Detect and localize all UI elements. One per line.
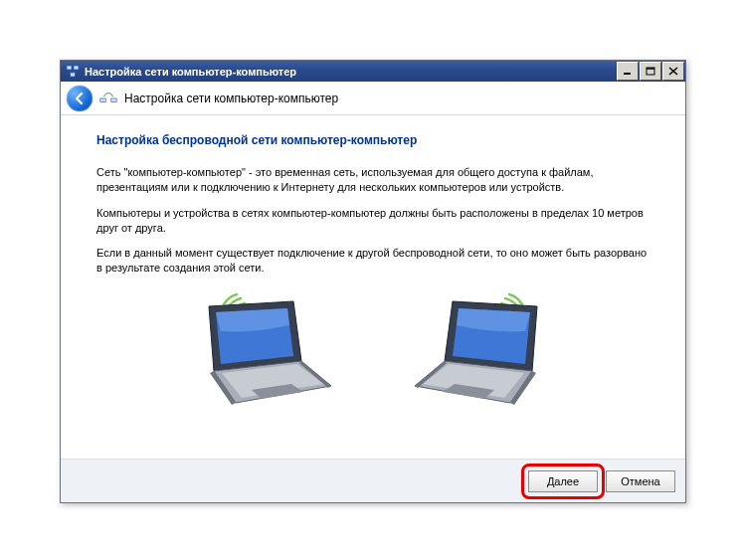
window-controls — [617, 61, 685, 82]
titlebar: Настройка сети компьютер-компьютер — [61, 61, 685, 82]
content-heading: Настройка беспроводной сети компьютер-ко… — [96, 133, 650, 147]
window: Настройка сети компьютер-компьютер — [60, 60, 686, 503]
svg-rect-1 — [74, 66, 79, 70]
svg-rect-7 — [111, 98, 116, 102]
paragraph-2: Компьютеры и устройства в сетях компьюте… — [96, 206, 650, 236]
close-button[interactable] — [662, 62, 684, 81]
laptop-left-icon — [169, 286, 338, 414]
paragraph-3: Если в данный момент существует подключе… — [96, 246, 650, 276]
next-button[interactable]: Далее — [528, 470, 598, 492]
titlebar-text: Настройка сети компьютер-компьютер — [85, 66, 296, 78]
maximize-button[interactable] — [640, 62, 661, 81]
svg-rect-6 — [100, 98, 105, 102]
header-title: Настройка сети компьютер-компьютер — [124, 92, 338, 105]
laptop-right-icon — [408, 286, 577, 414]
cancel-button[interactable]: Отмена — [606, 470, 675, 492]
paragraph-1: Сеть "компьютер-компьютер" - это временн… — [96, 165, 650, 195]
back-button[interactable] — [67, 86, 93, 111]
content-area: Настройка беспроводной сети компьютер-ко… — [61, 115, 685, 459]
illustration — [96, 286, 650, 414]
svg-rect-0 — [67, 66, 72, 70]
svg-rect-2 — [71, 73, 76, 77]
wizard-header: Настройка сети компьютер-компьютер — [61, 82, 685, 115]
network-icon — [65, 64, 81, 80]
adhoc-network-icon — [98, 91, 118, 106]
footer: Далее Отмена — [61, 459, 685, 502]
minimize-button[interactable] — [617, 62, 639, 81]
